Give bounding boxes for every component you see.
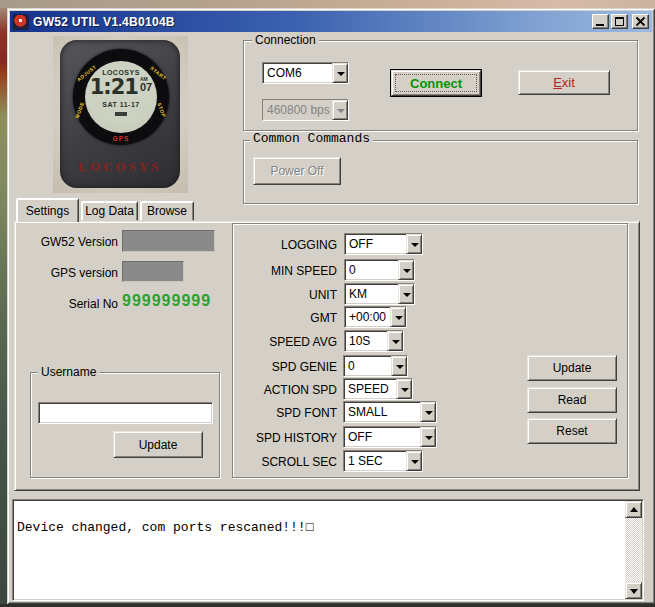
reset-button-label: Reset — [556, 424, 587, 438]
chevron-down-icon — [411, 460, 419, 464]
setting-label-action-spd: ACTION SPD — [240, 383, 337, 397]
setting-label-gmt: GMT — [240, 311, 337, 325]
unit-select[interactable]: KM — [344, 283, 415, 305]
logging-dropdown-arrow[interactable] — [406, 234, 422, 254]
spd-font-value: SMALL — [344, 402, 420, 422]
scroll-up-icon — [630, 507, 638, 512]
logging-select[interactable]: OFF — [344, 233, 423, 255]
speed-avg-dropdown-arrow[interactable] — [387, 331, 403, 351]
app-icon — [13, 14, 29, 30]
bezel-label-stop: STOP — [157, 102, 168, 119]
log-text: Device changed, com ports rescaned!!!□ — [17, 520, 621, 535]
desktop-background-left — [0, 8, 7, 604]
scroll-sec-dropdown-arrow[interactable] — [406, 451, 422, 471]
lcd-seconds: 07 — [140, 82, 152, 93]
speed-avg-select[interactable]: 10S — [344, 330, 404, 352]
desktop-background-top — [0, 0, 655, 8]
gw52-version-field — [122, 230, 215, 252]
unit-dropdown-arrow[interactable] — [398, 284, 414, 304]
setting-label-spd-genie: SPD GENIE — [240, 360, 337, 374]
bezel-label-mode: MODE — [74, 101, 85, 119]
connect-button-label: Connect — [410, 76, 462, 91]
tab-settings-label: Settings — [26, 204, 69, 218]
chevron-down-icon — [403, 269, 411, 273]
chevron-down-icon — [403, 293, 411, 297]
tab-settings[interactable]: Settings — [16, 198, 79, 222]
maximize-icon — [615, 17, 624, 26]
chevron-down-icon — [392, 340, 400, 344]
lcd-battery-icon — [115, 112, 127, 116]
spd-history-dropdown-arrow[interactable] — [420, 427, 436, 447]
unit-value: KM — [345, 284, 398, 304]
baud-rate-select: 460800 bps — [262, 99, 349, 121]
log-scrollbar[interactable] — [625, 501, 642, 599]
exit-button[interactable]: Exit — [518, 70, 610, 95]
gmt-select[interactable]: +00:00 — [344, 306, 407, 328]
setting-label-unit: UNIT — [240, 288, 337, 302]
tab-log-data-label: Log Data — [85, 204, 134, 218]
username-group — [30, 372, 220, 478]
update-button[interactable]: Update — [527, 355, 617, 381]
chevron-down-icon — [401, 388, 409, 392]
window-title: GW52 UTIL V1.4B0104B — [33, 15, 592, 29]
chevron-down-icon — [396, 365, 404, 369]
username-update-button[interactable]: Update — [113, 431, 203, 458]
min-speed-dropdown-arrow[interactable] — [398, 260, 414, 280]
watch-lcd: LOCOSYS 1:21 AM 07 SAT 11-17 — [85, 61, 157, 133]
chevron-down-icon — [395, 316, 403, 320]
scroll-down-button[interactable] — [625, 582, 642, 599]
spd-genie-value: 0 — [344, 356, 391, 376]
action-spd-dropdown-arrow[interactable] — [396, 379, 412, 399]
setting-label-spd-history: SPD HISTORY — [240, 431, 337, 445]
exit-button-label: Exit — [553, 75, 575, 90]
gps-version-field — [122, 261, 184, 282]
tab-log-data[interactable]: Log Data — [81, 201, 138, 221]
scroll-down-icon — [630, 589, 638, 594]
connection-group-label: Connection — [252, 34, 319, 46]
username-input[interactable] — [38, 402, 213, 424]
chevron-down-icon — [411, 243, 419, 247]
lcd-time: 1:21 — [90, 77, 138, 98]
log-output[interactable]: Device changed, com ports rescaned!!!□ — [12, 499, 644, 601]
watch-body-brand: LOCOSYS — [60, 159, 180, 175]
minimize-button[interactable] — [592, 14, 609, 29]
maximize-button[interactable] — [611, 14, 628, 29]
logging-value: OFF — [345, 234, 406, 254]
min-speed-select[interactable]: 0 — [344, 259, 415, 281]
minimize-icon — [596, 24, 604, 26]
com-port-select[interactable]: COM6 — [262, 62, 349, 84]
spd-font-dropdown-arrow[interactable] — [420, 402, 436, 422]
screen: GW52 UTIL V1.4B0104B ADJUST START MODE S… — [0, 0, 655, 607]
action-spd-select[interactable]: SPEED — [343, 378, 413, 400]
action-spd-value: SPEED — [344, 379, 396, 399]
username-update-button-label: Update — [139, 438, 178, 452]
setting-label-speed-avg: SPEED AVG — [240, 335, 337, 349]
gps-version-label: GPS version — [24, 266, 118, 280]
gmt-dropdown-arrow[interactable] — [390, 307, 406, 327]
tab-browse[interactable]: Browse — [140, 201, 194, 221]
spd-font-select[interactable]: SMALL — [343, 401, 437, 423]
power-off-button[interactable]: Power Off — [253, 157, 341, 185]
spd-genie-dropdown-arrow[interactable] — [391, 356, 407, 376]
lcd-date: SAT 11-17 — [85, 101, 157, 108]
gps-watch: ADJUST START MODE STOP GPS LOCOSYS 1:21 … — [60, 40, 180, 188]
username-group-label: Username — [38, 366, 99, 378]
spd-history-select[interactable]: OFF — [343, 426, 437, 448]
common-commands-group-label: Common Commands — [250, 133, 373, 145]
power-off-button-label: Power Off — [270, 164, 323, 178]
spd-genie-select[interactable]: 0 — [343, 355, 408, 377]
reset-button[interactable]: Reset — [527, 418, 617, 444]
setting-label-logging: LOGGING — [240, 238, 337, 252]
titlebar[interactable]: GW52 UTIL V1.4B0104B — [10, 11, 652, 32]
gmt-value: +00:00 — [345, 307, 390, 327]
read-button[interactable]: Read — [527, 387, 617, 413]
baud-rate-value: 460800 bps — [263, 100, 332, 120]
close-button[interactable] — [632, 14, 649, 29]
scroll-up-button[interactable] — [625, 501, 642, 518]
com-port-dropdown-arrow[interactable] — [332, 63, 348, 83]
gw52-version-label: GW52 Version — [24, 235, 118, 249]
bezel-label-gps: GPS — [73, 135, 169, 142]
connect-button[interactable]: Connect — [390, 69, 482, 97]
speed-avg-value: 10S — [345, 331, 387, 351]
scroll-sec-select[interactable]: 1 SEC — [343, 450, 423, 472]
